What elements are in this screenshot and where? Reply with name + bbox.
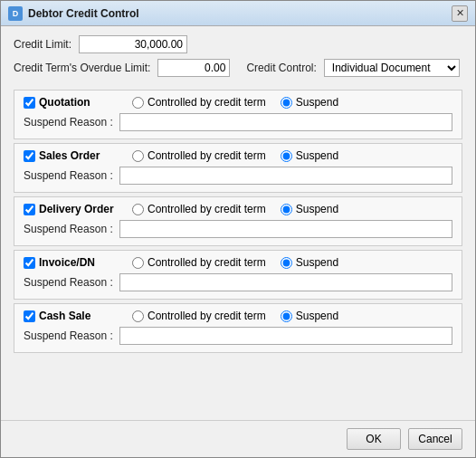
suspend-input-cash-sale[interactable] [119,327,452,345]
radio-credit-text-invoice-dn: Controlled by credit term [148,256,266,269]
radio-credit-text-delivery-order: Controlled by credit term [148,203,266,215]
sections-container: Quotation Controlled by credit term Susp… [14,90,462,357]
section-top-invoice-dn: Invoice/DN Controlled by credit term Sus… [24,256,452,269]
section-name-invoice-dn: Invoice/DN [39,256,95,269]
ok-button[interactable]: OK [347,428,401,450]
radio-suspend-label-quotation[interactable]: Suspend [281,96,338,109]
bottom-bar: OK Cancel [1,420,475,457]
suspend-input-invoice-dn[interactable] [119,273,452,291]
checkbox-invoice-dn[interactable] [24,257,35,269]
section-name-delivery-order: Delivery Order [39,203,114,215]
section-cash-sale: Cash Sale Controlled by credit term Susp… [14,303,462,353]
suspend-row-invoice-dn: Suspend Reason : [24,273,452,291]
section-invoice-dn: Invoice/DN Controlled by credit term Sus… [14,250,462,300]
radio-suspend-label-sales-order[interactable]: Suspend [281,149,338,162]
title-bar-left: D Debtor Credit Control [8,6,139,21]
suspend-input-sales-order[interactable] [119,167,452,185]
suspend-input-quotation[interactable] [119,113,452,131]
suspend-label-sales-order: Suspend Reason : [24,169,114,182]
radio-group-invoice-dn: Controlled by credit term Suspend [132,256,452,269]
radio-suspend-text-sales-order: Suspend [296,149,338,162]
radio-suspend-label-cash-sale[interactable]: Suspend [281,310,338,322]
suspend-label-delivery-order: Suspend Reason : [24,223,114,235]
radio-credit-invoice-dn[interactable] [132,257,144,269]
radio-credit-label-sales-order[interactable]: Controlled by credit term [132,149,266,162]
overdue-credit-row: Credit Term's Overdue Limit: Credit Cont… [14,59,462,77]
checkbox-sales-order[interactable] [24,150,35,162]
section-top-delivery-order: Delivery Order Controlled by credit term… [24,203,452,215]
radio-group-delivery-order: Controlled by credit term Suspend [132,203,452,215]
radio-credit-text-quotation: Controlled by credit term [148,96,266,109]
radio-suspend-text-cash-sale: Suspend [296,310,338,322]
suspend-row-cash-sale: Suspend Reason : [24,327,452,345]
suspend-row-sales-order: Suspend Reason : [24,167,452,185]
radio-credit-label-delivery-order[interactable]: Controlled by credit term [132,203,266,215]
radio-group-sales-order: Controlled by credit term Suspend [132,149,452,162]
section-sales-order: Sales Order Controlled by credit term Su… [14,143,462,193]
checkbox-cash-sale[interactable] [24,310,35,322]
section-top-sales-order: Sales Order Controlled by credit term Su… [24,149,452,162]
credit-control-label: Credit Control: [246,62,316,74]
cancel-button[interactable]: Cancel [408,428,462,450]
credit-control-select[interactable]: Individual Document All Documents [324,59,460,77]
credit-limit-row: Credit Limit: [14,35,462,53]
radio-suspend-text-quotation: Suspend [296,96,338,109]
section-top-quotation: Quotation Controlled by credit term Susp… [24,96,452,109]
radio-credit-sales-order[interactable] [132,150,144,162]
checkbox-label-sales-order[interactable]: Sales Order [24,149,123,162]
radio-credit-delivery-order[interactable] [132,204,144,215]
credit-limit-label: Credit Limit: [14,38,71,51]
radio-credit-text-cash-sale: Controlled by credit term [148,310,266,322]
window-title: Debtor Credit Control [28,7,139,20]
title-bar: D Debtor Credit Control ✕ [1,1,475,26]
radio-credit-label-cash-sale[interactable]: Controlled by credit term [132,310,266,322]
section-name-sales-order: Sales Order [39,149,100,162]
radio-credit-cash-sale[interactable] [132,310,144,322]
suspend-label-invoice-dn: Suspend Reason : [24,276,114,289]
checkbox-delivery-order[interactable] [24,204,35,215]
radio-group-cash-sale: Controlled by credit term Suspend [132,310,452,322]
checkbox-quotation[interactable] [24,97,35,109]
section-name-quotation: Quotation [39,96,90,109]
radio-credit-label-quotation[interactable]: Controlled by credit term [132,96,266,109]
suspend-label-cash-sale: Suspend Reason : [24,329,114,342]
suspend-input-delivery-order[interactable] [119,220,452,238]
radio-suspend-label-delivery-order[interactable]: Suspend [281,203,338,215]
radio-suspend-quotation[interactable] [281,97,292,109]
section-name-cash-sale: Cash Sale [39,310,90,322]
checkbox-label-delivery-order[interactable]: Delivery Order [24,203,123,215]
radio-suspend-cash-sale[interactable] [281,310,292,322]
radio-suspend-text-delivery-order: Suspend [296,203,338,215]
radio-suspend-delivery-order[interactable] [281,204,292,215]
main-window: D Debtor Credit Control ✕ Credit Limit: … [0,0,476,458]
window-icon: D [8,6,23,21]
suspend-row-quotation: Suspend Reason : [24,113,452,131]
close-button[interactable]: ✕ [452,5,468,22]
checkbox-label-quotation[interactable]: Quotation [24,96,123,109]
radio-credit-text-sales-order: Controlled by credit term [148,149,266,162]
suspend-row-delivery-order: Suspend Reason : [24,220,452,238]
section-delivery-order: Delivery Order Controlled by credit term… [14,196,462,246]
radio-suspend-invoice-dn[interactable] [281,257,292,269]
content-area: Credit Limit: Credit Term's Overdue Limi… [1,26,475,420]
section-quotation: Quotation Controlled by credit term Susp… [14,90,462,139]
radio-group-quotation: Controlled by credit term Suspend [132,96,452,109]
overdue-limit-input[interactable] [157,59,230,77]
checkbox-label-invoice-dn[interactable]: Invoice/DN [24,256,123,269]
radio-suspend-label-invoice-dn[interactable]: Suspend [281,256,338,269]
checkbox-label-cash-sale[interactable]: Cash Sale [24,310,123,322]
radio-suspend-sales-order[interactable] [281,150,292,162]
radio-credit-label-invoice-dn[interactable]: Controlled by credit term [132,256,266,269]
suspend-label-quotation: Suspend Reason : [24,116,114,129]
overdue-limit-label: Credit Term's Overdue Limit: [14,62,150,74]
radio-credit-quotation[interactable] [132,97,144,109]
section-top-cash-sale: Cash Sale Controlled by credit term Susp… [24,310,452,322]
radio-suspend-text-invoice-dn: Suspend [296,256,338,269]
credit-limit-input[interactable] [79,35,187,53]
